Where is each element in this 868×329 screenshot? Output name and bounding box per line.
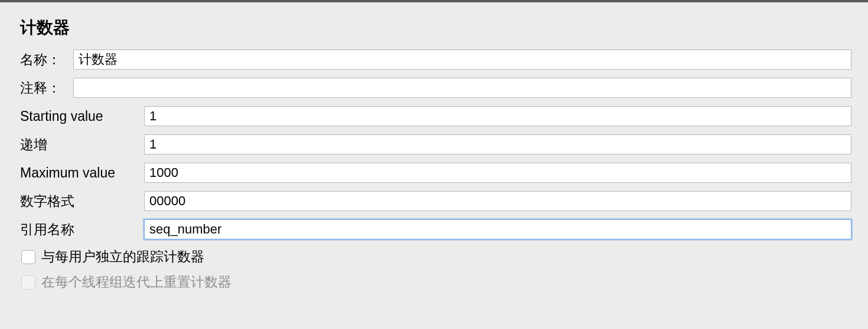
label-reference-name: 引用名称	[20, 221, 144, 239]
row-reference-name: 引用名称	[20, 219, 851, 239]
reset-per-iteration-checkbox	[21, 275, 35, 289]
label-reset-per-iteration: 在每个线程组迭代上重置计数器	[41, 273, 231, 291]
track-per-user-checkbox[interactable]	[21, 250, 35, 264]
comment-input[interactable]	[73, 78, 851, 98]
name-input[interactable]	[73, 50, 851, 70]
reference-name-input[interactable]	[144, 219, 851, 239]
counter-config-panel: 计数器 名称： 注释： Starting value 递增 Maximum va…	[0, 2, 868, 304]
label-track-per-user: 与每用户独立的跟踪计数器	[41, 248, 204, 266]
starting-value-input[interactable]	[144, 106, 851, 126]
label-increment: 递增	[20, 136, 144, 154]
label-maximum-value: Maximum value	[20, 165, 144, 181]
number-format-input[interactable]	[144, 191, 851, 211]
increment-input[interactable]	[144, 134, 851, 154]
row-starting-value: Starting value	[20, 106, 851, 126]
label-name: 名称：	[20, 51, 73, 69]
row-number-format: 数字格式	[20, 191, 851, 211]
label-comment: 注释：	[20, 79, 73, 97]
maximum-value-input[interactable]	[144, 163, 851, 183]
label-starting-value: Starting value	[20, 108, 144, 124]
row-reset-per-iteration: 在每个线程组迭代上重置计数器	[20, 273, 851, 291]
row-comment: 注释：	[20, 78, 851, 98]
row-name: 名称：	[20, 50, 851, 70]
row-increment: 递增	[20, 134, 851, 154]
row-maximum-value: Maximum value	[20, 163, 851, 183]
row-track-per-user: 与每用户独立的跟踪计数器	[20, 248, 851, 266]
page-title: 计数器	[20, 17, 851, 39]
label-number-format: 数字格式	[20, 192, 144, 210]
